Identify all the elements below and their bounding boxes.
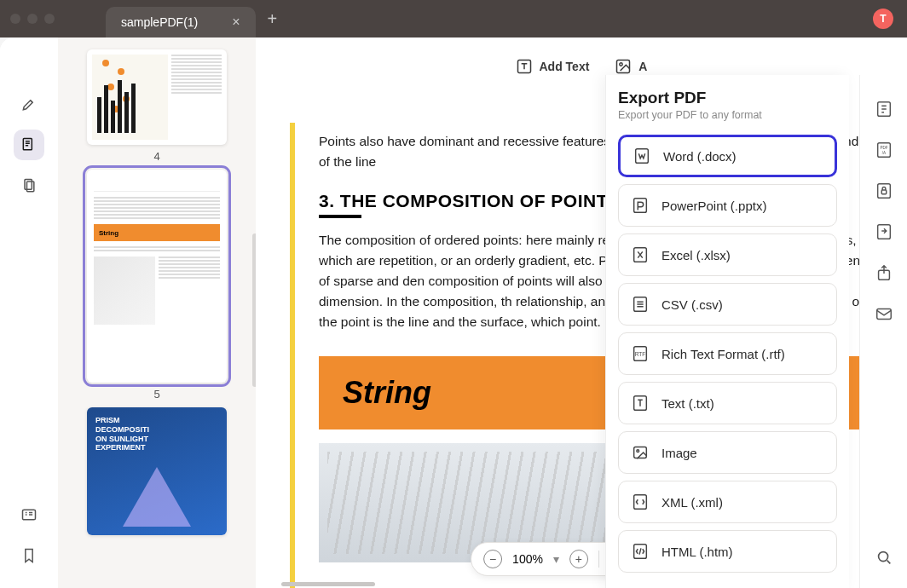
zoom-dropdown-icon[interactable]: ▾ (553, 552, 559, 566)
svg-rect-2 (27, 182, 34, 192)
svg-rect-23 (881, 190, 887, 194)
page-thumbnail-5[interactable]: String (87, 170, 227, 383)
svg-point-27 (878, 552, 887, 562)
svg-rect-0 (23, 139, 32, 150)
tab-title: samplePDF(1) (121, 15, 198, 29)
powerpoint-icon (631, 196, 650, 215)
text-icon (631, 394, 650, 412)
horizontal-scrollbar[interactable] (281, 582, 375, 586)
csv-icon (631, 295, 650, 314)
page-thumbnail-4[interactable] (87, 49, 227, 145)
export-option-label: Image (661, 446, 697, 460)
word-icon (633, 147, 651, 165)
bookmark-icon[interactable] (14, 540, 44, 571)
thumb6-line: PRISM (95, 416, 120, 424)
close-tab-icon[interactable]: × (232, 14, 240, 30)
svg-text:/A: /A (881, 151, 886, 155)
window-titlebar: samplePDF(1) × + T (0, 0, 907, 37)
export-option-label: CSV (.csv) (661, 297, 723, 312)
svg-rect-26 (876, 309, 891, 320)
thumb6-line: DECOMPOSITI (95, 425, 149, 434)
export-option-label: PowerPoint (.pptx) (661, 199, 766, 213)
add-image-button[interactable]: A (615, 58, 647, 75)
pages-tool-icon[interactable] (14, 170, 44, 201)
svg-rect-22 (877, 184, 890, 199)
export-option-word[interactable]: Word (.docx) (618, 135, 837, 177)
thumbnail-number: 5 (153, 388, 159, 401)
page-thumbnail-6[interactable]: PRISM DECOMPOSITI ON SUNLIGHT EXPERIMENT (87, 407, 227, 535)
minimize-window-icon[interactable] (27, 14, 38, 24)
new-tab-button[interactable]: + (268, 9, 278, 29)
traffic-lights (10, 14, 55, 24)
export-option-label: Rich Text Format (.rtf) (661, 347, 785, 361)
xml-icon (631, 493, 650, 511)
search-icon[interactable] (874, 547, 894, 568)
export-option-csv[interactable]: CSV (.csv) (618, 283, 837, 326)
user-avatar[interactable]: T (873, 9, 893, 29)
svg-point-6 (620, 63, 622, 66)
html-icon (631, 542, 650, 561)
svg-text:PDF: PDF (880, 146, 887, 150)
pdfa-icon[interactable]: PDF/A (874, 140, 894, 160)
maximize-window-icon[interactable] (44, 14, 55, 24)
thumb-string-band: String (94, 224, 220, 241)
mail-icon[interactable] (874, 303, 894, 324)
form-fields-icon[interactable] (14, 499, 44, 530)
zoom-in-button[interactable]: + (569, 550, 588, 568)
rtf-icon: RTF (631, 344, 650, 363)
highlighter-tool-icon[interactable] (14, 89, 44, 119)
add-text-button[interactable]: Add Text (516, 58, 590, 75)
avatar-letter: T (880, 13, 886, 25)
protect-icon[interactable] (874, 181, 894, 201)
export-option-excel[interactable]: Excel (.xlsx) (618, 233, 837, 276)
export-option-text[interactable]: Text (.txt) (618, 382, 837, 424)
svg-rect-8 (634, 199, 647, 213)
svg-rect-24 (877, 225, 890, 239)
export-option-label: HTML (.htm) (661, 545, 733, 559)
thumbnail-panel[interactable]: 4 String 5 PRISM DECOMPOSITI ON SUNLI (58, 37, 256, 588)
export-option-image[interactable]: Image (618, 431, 837, 474)
thumbnails-panel-icon[interactable] (14, 130, 44, 160)
export-icon[interactable] (874, 222, 894, 242)
right-tool-rail: PDF/A (859, 75, 907, 588)
add-image-label: A (638, 60, 647, 73)
export-option-rtf[interactable]: RTF Rich Text Format (.rtf) (618, 332, 837, 375)
image-icon (631, 443, 650, 462)
thumb6-line: ON SUNLIGHT (95, 435, 148, 443)
thumbnail-number: 4 (153, 150, 159, 163)
export-option-xml[interactable]: XML (.xml) (618, 481, 837, 523)
export-option-label: Excel (.xlsx) (661, 248, 731, 262)
left-tool-rail (0, 37, 58, 588)
export-option-label: Text (.txt) (661, 396, 714, 411)
svg-point-15 (637, 450, 639, 453)
thumb6-line: EXPERIMENT (95, 443, 146, 452)
export-panel: Export PDF Export your PDF to any format… (605, 75, 849, 588)
top-toolbar: Add Text A (256, 58, 907, 75)
svg-text:RTF: RTF (635, 351, 645, 357)
export-panel-title: Export PDF (618, 89, 837, 107)
export-option-label: XML (.xml) (661, 495, 723, 510)
export-option-powerpoint[interactable]: PowerPoint (.pptx) (618, 184, 837, 227)
close-window-icon[interactable] (10, 14, 20, 24)
document-tab[interactable]: samplePDF(1) × (106, 7, 256, 37)
zoom-level[interactable]: 100% (512, 552, 543, 566)
ocr-icon[interactable] (874, 99, 894, 119)
export-panel-subtitle: Export your PDF to any format (618, 109, 837, 121)
heading-rule (319, 215, 361, 218)
export-option-html[interactable]: HTML (.htm) (618, 530, 837, 573)
page-edge-marker (290, 123, 295, 588)
excel-icon (631, 245, 650, 264)
export-option-label: Word (.docx) (663, 149, 737, 164)
share-icon[interactable] (874, 262, 894, 283)
add-text-label: Add Text (540, 60, 590, 73)
zoom-out-button[interactable]: − (483, 550, 502, 568)
